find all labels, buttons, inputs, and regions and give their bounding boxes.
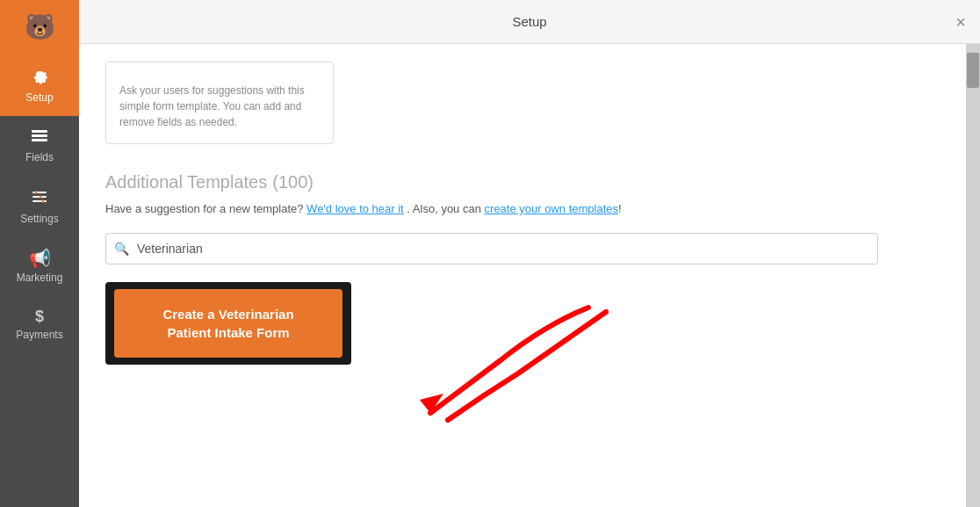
fields-icon bbox=[31, 128, 48, 147]
svg-rect-6 bbox=[35, 191, 37, 194]
suggest-link[interactable]: We'd love to hear it bbox=[306, 202, 404, 215]
additional-templates-section: Additional Templates (100) Have a sugges… bbox=[105, 170, 940, 365]
sidebar-item-fields[interactable]: Fields bbox=[0, 116, 79, 176]
sidebar-item-payments-label: Payments bbox=[16, 329, 62, 341]
template-stub-text: Ask your users for suggestions with this… bbox=[119, 83, 320, 130]
sidebar-item-payments[interactable]: $ Payments bbox=[0, 296, 79, 353]
settings-icon bbox=[31, 188, 48, 208]
search-input[interactable] bbox=[105, 233, 878, 264]
logo-area: 🐻 bbox=[0, 0, 79, 53]
main-area: Setup × Ask your users for suggestions w… bbox=[79, 0, 980, 507]
search-container: 🔍 bbox=[105, 233, 940, 264]
payments-icon: $ bbox=[35, 308, 44, 324]
section-subtitle: Have a suggestion for a new template? We… bbox=[105, 200, 940, 219]
scrollbar-track[interactable] bbox=[966, 44, 980, 507]
sidebar-item-settings[interactable]: Settings bbox=[0, 176, 79, 237]
template-result-wrapper: Create a Veterinarian Patient Intake For… bbox=[105, 282, 351, 365]
setup-icon bbox=[30, 65, 49, 87]
sidebar-item-setup-label: Setup bbox=[25, 91, 53, 104]
create-own-link[interactable]: create your own templates bbox=[485, 202, 618, 215]
svg-rect-5 bbox=[32, 200, 47, 202]
sidebar: 🐻 Setup Fields Settings 📢 Marketing $ Pa… bbox=[0, 0, 79, 507]
svg-rect-8 bbox=[42, 199, 44, 203]
scrollbar-thumb[interactable] bbox=[967, 53, 979, 88]
create-veterinarian-form-button[interactable]: Create a Veterinarian Patient Intake For… bbox=[114, 289, 342, 358]
template-count: (100) bbox=[272, 172, 313, 192]
svg-rect-0 bbox=[32, 130, 47, 133]
window-title: Setup bbox=[512, 14, 546, 29]
section-heading: Additional Templates (100) bbox=[105, 170, 940, 193]
svg-rect-2 bbox=[32, 139, 47, 141]
search-icon: 🔍 bbox=[114, 242, 129, 256]
sidebar-item-marketing-label: Marketing bbox=[17, 272, 63, 284]
close-button[interactable]: × bbox=[955, 13, 966, 31]
marketing-icon: 📢 bbox=[29, 250, 51, 267]
template-card-stub: Ask your users for suggestions with this… bbox=[105, 62, 334, 144]
svg-rect-3 bbox=[32, 192, 47, 193]
svg-rect-7 bbox=[40, 195, 41, 199]
top-bar: Setup × bbox=[79, 0, 980, 44]
sidebar-item-fields-label: Fields bbox=[25, 151, 54, 163]
sidebar-item-marketing[interactable]: 📢 Marketing bbox=[0, 237, 79, 296]
sidebar-item-settings-label: Settings bbox=[20, 213, 58, 225]
logo-bear-icon: 🐻 bbox=[25, 12, 55, 41]
content-area: Ask your users for suggestions with this… bbox=[79, 44, 966, 507]
sidebar-item-setup[interactable]: Setup bbox=[0, 53, 79, 116]
svg-rect-1 bbox=[32, 134, 47, 137]
